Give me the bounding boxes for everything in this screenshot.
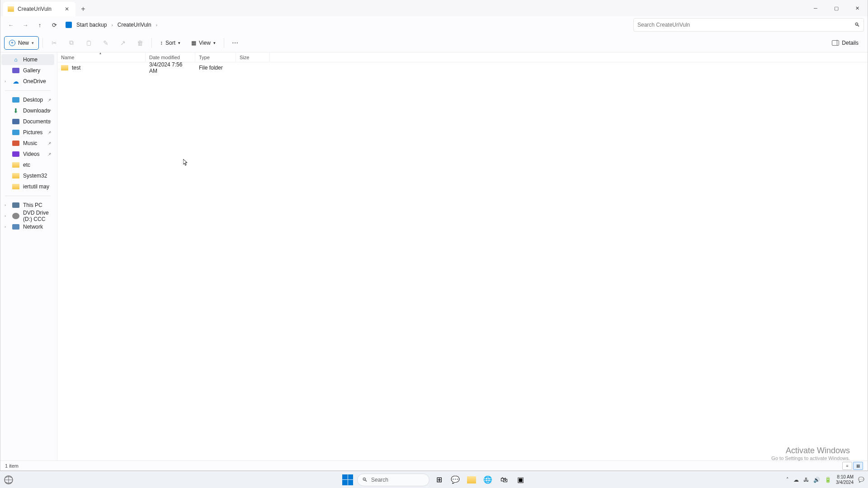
taskbar-app-terminal[interactable]: ▣ (514, 473, 527, 487)
status-bar: 1 item ≡ ▦ (0, 460, 868, 470)
sidebar-item-label: etc (23, 162, 30, 168)
sidebar-item-videos[interactable]: Videos📌︎ (1, 149, 54, 160)
sidebar-item-this-pc[interactable]: ›This PC (1, 200, 54, 211)
paste-button[interactable]: 📋︎ (81, 36, 96, 50)
sidebar-item-gallery[interactable]: Gallery (1, 65, 54, 76)
column-headers: Name▴ Date modified Type Size (57, 52, 868, 62)
sidebar-item-iertutil-may[interactable]: iertutil may (1, 181, 54, 192)
expand-icon[interactable]: › (5, 225, 6, 229)
search-icon[interactable]: 🔍︎ (854, 22, 860, 28)
expand-icon[interactable]: › (5, 214, 6, 218)
sidebar-item-pictures[interactable]: Pictures📌︎ (1, 127, 54, 138)
system-tray[interactable]: ☁ 🖧 🔊 🔋 (793, 477, 831, 483)
view-label: View (199, 40, 211, 46)
layout-list-button[interactable]: ≡ (842, 462, 852, 470)
minimize-button[interactable]: ─ (805, 0, 826, 16)
more-button[interactable]: ⋯ (228, 36, 243, 50)
pin-icon: 📌︎ (47, 130, 52, 135)
folder-icon (12, 162, 19, 168)
new-button[interactable]: + New ▾ (4, 36, 39, 50)
watermark-sub: Go to Settings to activate Windows. (771, 455, 850, 461)
sidebar-item-label: Network (23, 224, 43, 230)
file-list-pane[interactable]: Name▴ Date modified Type Size test3/4/20… (57, 52, 868, 460)
delete-button[interactable]: 🗑︎ (132, 36, 148, 50)
taskbar-search[interactable]: 🔍︎ Search (357, 474, 429, 486)
sort-icon: ↕ (160, 40, 163, 46)
column-type[interactable]: Type (195, 52, 236, 62)
battery-tray-icon[interactable]: 🔋 (825, 477, 831, 483)
activation-watermark: Activate Windows Go to Settings to activ… (771, 446, 850, 461)
details-icon (832, 40, 839, 46)
sidebar-item-system32[interactable]: System32 (1, 170, 54, 181)
home-icon: ⌂ (12, 56, 19, 63)
plus-icon: + (9, 40, 15, 46)
sidebar-item-dvd-drive-d-ccc[interactable]: ›DVD Drive (D:) CCC (1, 211, 54, 221)
widgets-button[interactable] (4, 475, 14, 485)
breadcrumb-root[interactable]: Start backup (75, 21, 108, 29)
task-view-button[interactable]: ⊞ (432, 473, 446, 487)
start-button[interactable] (341, 473, 354, 487)
cut-button[interactable]: ✂ (47, 36, 62, 50)
sidebar-item-desktop[interactable]: Desktop📌︎ (1, 94, 54, 105)
sidebar-item-downloads[interactable]: ⬇Downloads📌︎ (1, 105, 54, 116)
tab-close-button[interactable]: ✕ (63, 5, 71, 13)
column-size[interactable]: Size (236, 52, 270, 62)
copy-button[interactable]: ⧉ (64, 36, 79, 50)
sidebar-item-etc[interactable]: etc (1, 160, 54, 170)
forward-button[interactable]: → (19, 18, 32, 32)
taskbar-app-teams[interactable]: 💬 (448, 473, 462, 487)
file-name: test (72, 65, 80, 71)
sort-button[interactable]: ↕ Sort ▾ (156, 36, 185, 50)
sidebar-item-onedrive[interactable]: ›☁OneDrive (1, 76, 54, 87)
notifications-button[interactable]: 💬 (858, 477, 864, 483)
file-row[interactable]: test3/4/2024 7:56 AMFile folder (57, 62, 868, 73)
breadcrumb-current[interactable]: CreateUriVuln (116, 21, 153, 29)
layout-details-button[interactable]: ▦ (853, 462, 863, 470)
sidebar-item-network[interactable]: ›Network (1, 221, 54, 232)
taskbar-app-edge[interactable]: 🌐 (481, 473, 495, 487)
search-box[interactable]: 🔍︎ (633, 18, 864, 32)
file-date: 3/4/2024 7:56 AM (146, 61, 195, 74)
rename-button[interactable]: ✎ (98, 36, 113, 50)
item-count: 1 item (5, 463, 19, 469)
sidebar-item-music[interactable]: Music📌︎ (1, 138, 54, 149)
taskbar-clock[interactable]: 8:10 AM 3/4/2024 (836, 474, 854, 485)
sidebar-item-label: This PC (23, 202, 42, 208)
expand-icon[interactable]: › (5, 203, 6, 207)
new-tab-button[interactable]: + (75, 2, 91, 16)
taskbar-app-store[interactable]: 🛍︎ (497, 473, 511, 487)
sidebar-item-home[interactable]: ⌂Home (1, 54, 54, 65)
back-button[interactable]: ← (4, 18, 18, 32)
sidebar-item-label: Gallery (23, 67, 40, 74)
sidebar-item-documents[interactable]: Documents📌︎ (1, 116, 54, 127)
share-button[interactable]: ↗ (115, 36, 131, 50)
tray-chevron[interactable]: ˄ (786, 477, 789, 483)
column-date[interactable]: Date modified (146, 52, 195, 62)
chevron-icon[interactable]: › (156, 23, 157, 28)
maximize-button[interactable]: ▢ (826, 0, 847, 16)
onedrive-tray-icon[interactable]: ☁ (793, 477, 799, 483)
window-tab[interactable]: CreateUriVuln ✕ (3, 2, 75, 16)
search-input[interactable] (637, 22, 851, 28)
sidebar-item-label: Music (23, 140, 37, 146)
expand-icon[interactable]: › (5, 79, 6, 84)
sidebar-item-label: iertutil may (23, 183, 49, 190)
new-button-label: New (18, 40, 29, 46)
toolbar: + New ▾ ✂ ⧉ 📋︎ ✎ ↗ 🗑︎ ↕ Sort ▾ ▦ View ▾ … (0, 33, 868, 52)
address-bar[interactable]: Start backup › CreateUriVuln › (62, 18, 632, 32)
sidebar-item-label: Pictures (23, 129, 42, 136)
nav-row: ← → ↑ ⟳ Start backup › CreateUriVuln › 🔍… (0, 16, 868, 33)
view-button[interactable]: ▦ View ▾ (187, 36, 220, 50)
up-button[interactable]: ↑ (33, 18, 47, 32)
search-icon: 🔍︎ (362, 477, 368, 483)
disc-icon (12, 213, 19, 219)
close-window-button[interactable]: ✕ (847, 0, 868, 16)
doc-icon (12, 119, 19, 124)
taskbar-app-explorer[interactable] (465, 473, 478, 487)
refresh-button[interactable]: ⟳ (47, 18, 61, 32)
network-tray-icon[interactable]: 🖧 (803, 477, 809, 483)
details-pane-button[interactable]: Details (826, 36, 864, 50)
chevron-icon[interactable]: › (111, 23, 113, 28)
volume-tray-icon[interactable]: 🔊 (813, 477, 820, 483)
column-name[interactable]: Name▴ (57, 52, 146, 62)
